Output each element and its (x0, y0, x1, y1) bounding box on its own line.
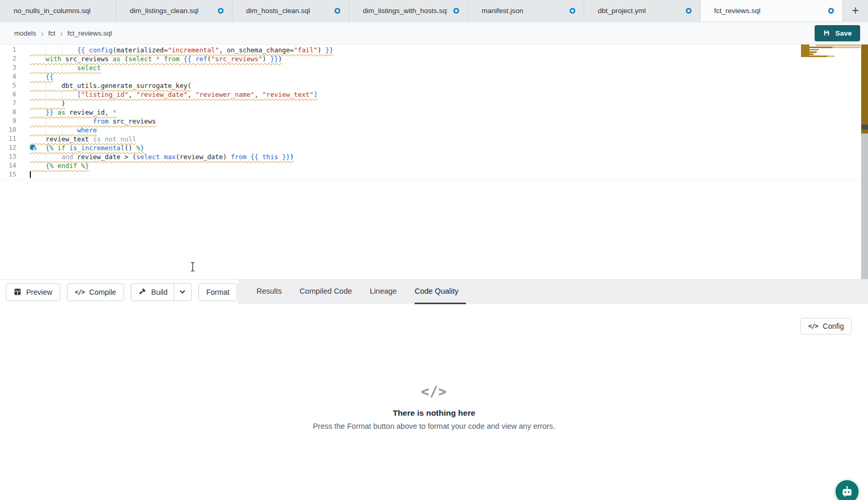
new-tab-button[interactable]: + (843, 0, 868, 21)
tab-code-quality[interactable]: Code Quality (415, 280, 466, 304)
quick-fix-icon[interactable] (30, 145, 36, 150)
file-tab-dim_listings_with_hosts-sql[interactable]: dim_listings_with_hosts.sql (349, 0, 468, 21)
modified-indicator-icon (686, 8, 692, 14)
indent-whitespace (30, 135, 46, 143)
chat-assistant-button[interactable] (836, 480, 859, 500)
code-editor[interactable]: 1 {{ config(materialized="incremental", … (0, 45, 868, 279)
preview-button[interactable]: Preview (6, 283, 60, 301)
file-tab-bar: no_nulls_in_columns.sqldim_listings_clea… (0, 0, 868, 22)
line-text: dbt_utils.generate_surrogate_key( (30, 82, 192, 90)
build-split-button: Build (131, 283, 192, 301)
config-label: Config (823, 322, 844, 330)
line-number: 12 (0, 143, 23, 152)
line-content: ) (30, 99, 65, 108)
line-text: where (30, 126, 97, 134)
line-text: select (30, 64, 101, 72)
code-line-8[interactable]: 8 }} as review_id, * (0, 108, 868, 117)
chatbot-icon (841, 485, 853, 498)
path-bar: models›fct›fct_reviews.sql Save (0, 22, 868, 45)
line-text: {% endif %} (30, 162, 89, 170)
line-content: review_text is not null (30, 135, 136, 143)
line-number: 10 (0, 126, 23, 135)
line-text: {{ (30, 73, 53, 81)
editor-scrollbar[interactable] (861, 45, 868, 279)
code-line-1[interactable]: 1 {{ config(materialized="incremental", … (0, 46, 868, 54)
file-tab-no_nulls_in_columns-sql[interactable]: no_nulls_in_columns.sql (0, 0, 116, 21)
empty-state-subtitle: Press the Format button above to format … (313, 422, 555, 430)
editor-toolbar: Preview </> Compile Build (0, 279, 868, 304)
indent-whitespace (30, 108, 46, 116)
build-button[interactable]: Build (131, 284, 174, 301)
breadcrumb-item[interactable]: models (14, 29, 36, 37)
modified-indicator-icon (828, 8, 834, 14)
file-tab-dbt_project-yml[interactable]: dbt_project.yml (584, 0, 700, 21)
code-line-12[interactable]: 12 {% if is_incremental() %} (0, 143, 868, 152)
line-content: {{ config(materialized="incremental", on… (30, 46, 333, 54)
line-text: {% if is_incremental() %} (30, 144, 144, 152)
indent-whitespace (30, 162, 46, 170)
code-line-14[interactable]: 14 {% endif %} (0, 161, 868, 170)
line-content: {% if is_incremental() %} (30, 143, 144, 152)
config-button[interactable]: </> Config (800, 318, 852, 335)
save-button[interactable]: Save (815, 25, 860, 41)
indent-whitespace (30, 64, 77, 72)
file-tab-dim_listings_clean-sql[interactable]: dim_listings_clean.sql (116, 0, 232, 21)
save-label: Save (835, 29, 852, 37)
breadcrumb-item[interactable]: fct (48, 29, 55, 37)
code-line-5[interactable]: 5 dbt_utils.generate_surrogate_key( (0, 81, 868, 90)
tab-compiled-code[interactable]: Compiled Code (299, 280, 352, 304)
code-line-15[interactable]: 15 (0, 170, 868, 180)
format-button[interactable]: Format (198, 283, 237, 301)
file-tab-fct_reviews-sql[interactable]: fct_reviews.sql (700, 0, 843, 21)
tab-label: dim_hosts_clean.sql (246, 7, 310, 15)
line-number: 1 (0, 46, 23, 54)
code-line-7[interactable]: 7 ) (0, 99, 868, 108)
modified-indicator-icon (570, 8, 575, 14)
code-line-13[interactable]: 13 and review_date > (select max(review_… (0, 152, 868, 161)
code-line-3[interactable]: 3 select (0, 63, 868, 72)
line-text: from src_reviews (30, 117, 156, 125)
compile-label: Compile (89, 288, 116, 296)
tab-lineage[interactable]: Lineage (370, 280, 397, 304)
empty-state: </> There is nothing here Press the Form… (0, 304, 868, 430)
code-icon: </> (75, 288, 85, 296)
compile-button[interactable]: </> Compile (67, 283, 124, 301)
minimap (801, 45, 861, 58)
tab-label: dim_listings_clean.sql (130, 7, 198, 15)
line-text: {{ config(materialized="incremental", on… (30, 46, 333, 54)
line-content: with src_reviews as (select * from {{ re… (30, 54, 282, 63)
indent-whitespace (30, 117, 93, 125)
line-content: where (30, 126, 97, 135)
line-content: and review_date > (select max(review_dat… (30, 152, 294, 161)
indent-whitespace (30, 91, 77, 98)
build-dropdown-button[interactable] (174, 284, 191, 301)
code-line-6[interactable]: 6 ["listing_id", "review_date", "reviewe… (0, 90, 868, 99)
line-text: and review_date > (select max(review_dat… (30, 153, 294, 161)
modified-indicator-icon (335, 8, 340, 14)
line-content: dbt_utils.generate_surrogate_key( (30, 81, 192, 90)
line-number: 7 (0, 99, 23, 108)
line-number: 8 (0, 108, 23, 117)
table-icon (14, 288, 21, 296)
indent-whitespace (30, 46, 77, 54)
file-tab-manifest-json[interactable]: manifest.json (468, 0, 584, 21)
line-number: 13 (0, 152, 23, 161)
breadcrumb-item[interactable]: fct_reviews.sql (68, 29, 112, 37)
line-content: select (30, 63, 101, 72)
breadcrumb: models›fct›fct_reviews.sql (14, 29, 112, 37)
save-icon (823, 29, 830, 37)
line-number: 9 (0, 117, 23, 126)
tab-results[interactable]: Results (257, 280, 282, 304)
preview-label: Preview (26, 288, 52, 296)
code-line-11[interactable]: 11 review_text is not null (0, 135, 868, 143)
line-content: {{ (30, 72, 53, 81)
empty-state-title: There is nothing here (393, 408, 475, 418)
tab-label: dbt_project.yml (598, 7, 646, 15)
scrollbar-thumb[interactable] (861, 125, 868, 129)
file-tab-dim_hosts_clean-sql[interactable]: dim_hosts_clean.sql (232, 0, 349, 21)
code-line-2[interactable]: 2 with src_reviews as (select * from {{ … (0, 54, 868, 63)
line-number: 3 (0, 63, 23, 72)
code-line-10[interactable]: 10 where (0, 126, 868, 135)
code-line-4[interactable]: 4 {{ (0, 72, 868, 81)
code-line-9[interactable]: 9 from src_reviews (0, 117, 868, 126)
